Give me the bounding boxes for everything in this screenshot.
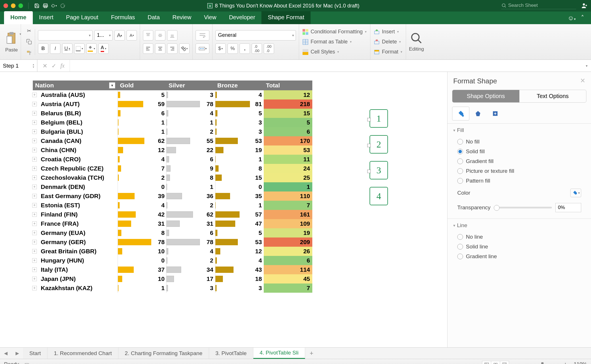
- header-gold[interactable]: Gold: [118, 81, 166, 90]
- transparency-slider[interactable]: [494, 207, 552, 208]
- print-icon[interactable]: [43, 3, 48, 9]
- search-input[interactable]: [508, 3, 566, 8]
- table-row[interactable]: + Czech Republic (CZE) 7 9 8 24: [33, 164, 312, 173]
- header-silver[interactable]: Silver: [166, 81, 215, 90]
- fill-option[interactable]: Pattern fill: [453, 176, 585, 186]
- radio-icon[interactable]: [457, 158, 463, 164]
- header-bronze[interactable]: Bronze: [215, 81, 264, 90]
- zoom-out-button[interactable]: −: [515, 361, 518, 364]
- close-pane-icon[interactable]: ✕: [580, 77, 585, 85]
- wrap-text-button[interactable]: [196, 30, 209, 41]
- resize-handle[interactable]: [367, 144, 371, 147]
- table-row[interactable]: + Denmark (DEN) 0 1 0 1: [33, 182, 312, 191]
- table-row[interactable]: + Belgium (BEL) 1 1 3 5: [33, 118, 312, 127]
- effects-tab-icon[interactable]: [469, 107, 487, 120]
- line-option[interactable]: No line: [453, 232, 585, 242]
- expand-icon[interactable]: +: [32, 139, 37, 143]
- collapse-ribbon-icon[interactable]: ˄: [581, 14, 584, 22]
- zoom-in-button[interactable]: +: [564, 361, 567, 364]
- format-painter-icon[interactable]: [24, 49, 34, 57]
- expand-icon[interactable]: +: [32, 111, 37, 116]
- conditional-formatting-button[interactable]: Conditional Formatting▾: [302, 28, 367, 36]
- table-row[interactable]: + Bulgaria (BUL) 1 2 3 6: [33, 127, 312, 136]
- expand-icon[interactable]: +: [32, 185, 37, 189]
- close-window-icon[interactable]: [3, 3, 8, 8]
- sheet-tab[interactable]: 3. PivotTable: [209, 348, 253, 359]
- name-box[interactable]: Step 1 ▴▾: [0, 60, 37, 72]
- header-total[interactable]: Total: [264, 81, 312, 90]
- align-bottom-icon[interactable]: [167, 30, 177, 41]
- shape-step-2[interactable]: 2: [370, 135, 388, 154]
- font-size-select[interactable]: 1...: [94, 30, 113, 41]
- line-option[interactable]: Solid line: [453, 242, 585, 252]
- find-icon[interactable]: [410, 32, 423, 45]
- cancel-formula-icon[interactable]: ✕: [43, 62, 47, 69]
- number-format-select[interactable]: General: [215, 30, 296, 41]
- fill-option[interactable]: Solid fill: [453, 147, 585, 156]
- fill-section-header[interactable]: Fill: [453, 127, 585, 133]
- enter-formula-icon[interactable]: ✓: [51, 62, 56, 69]
- tab-formulas[interactable]: Formulas: [105, 11, 141, 24]
- zoom-level[interactable]: 110%: [570, 361, 587, 364]
- text-options-tab[interactable]: Text Options: [519, 90, 586, 102]
- resize-handle[interactable]: [367, 118, 371, 121]
- expand-icon[interactable]: +: [32, 148, 37, 152]
- orientation-button[interactable]: ab▾: [179, 43, 190, 54]
- zoom-window-icon[interactable]: [18, 3, 23, 8]
- tab-view[interactable]: View: [198, 11, 223, 24]
- borders-button[interactable]: ▾: [74, 43, 85, 54]
- align-center-icon[interactable]: [155, 43, 165, 54]
- insert-cells-button[interactable]: Insert▾: [373, 28, 403, 36]
- expand-icon[interactable]: +: [32, 203, 37, 208]
- format-cells-button[interactable]: Format▾: [373, 48, 403, 56]
- decrease-font-icon[interactable]: A▾: [127, 30, 137, 41]
- table-row[interactable]: + Great Britain (GBR) 10 4 12 26: [33, 247, 312, 256]
- expand-icon[interactable]: +: [32, 129, 37, 134]
- pivot-table[interactable]: Nation▾ Gold Silver Bronze Total + Austr…: [33, 81, 312, 293]
- expand-icon[interactable]: +: [32, 212, 37, 217]
- expand-icon[interactable]: +: [32, 249, 37, 254]
- expand-icon[interactable]: +: [32, 221, 37, 226]
- comma-button[interactable]: ,: [240, 43, 250, 54]
- table-row[interactable]: + Hungary (HUN) 0 2 4 6: [33, 256, 312, 265]
- align-right-icon[interactable]: [167, 43, 177, 54]
- expand-formula-bar-icon[interactable]: ▾: [582, 64, 591, 68]
- add-sheet-button[interactable]: +: [305, 350, 318, 357]
- shape-step-1[interactable]: 1: [370, 109, 388, 128]
- sheet-tab[interactable]: Start: [23, 348, 47, 359]
- tab-developer[interactable]: Developer: [223, 11, 261, 24]
- radio-icon[interactable]: [457, 234, 463, 240]
- expand-icon[interactable]: +: [32, 258, 37, 263]
- fill-option[interactable]: Picture or texture fill: [453, 166, 585, 176]
- table-row[interactable]: + Germany (GER) 78 78 53 209: [33, 237, 312, 247]
- fill-color-button[interactable]: ▾: [86, 43, 97, 54]
- sheet-tab[interactable]: 2. Charting Formating Taskpane: [118, 348, 209, 359]
- delete-cells-button[interactable]: Delete▾: [373, 38, 403, 46]
- align-top-icon[interactable]: [143, 30, 153, 41]
- prev-sheet-icon[interactable]: ◀: [0, 350, 12, 356]
- save-icon[interactable]: [34, 3, 40, 9]
- expand-icon[interactable]: +: [32, 120, 37, 125]
- table-row[interactable]: + Austria (AUT) 59 78 81 218: [33, 99, 312, 109]
- tab-data[interactable]: Data: [141, 11, 166, 24]
- next-sheet-icon[interactable]: ▶: [12, 350, 23, 356]
- expand-icon[interactable]: +: [32, 286, 37, 290]
- radio-icon[interactable]: [457, 254, 463, 259]
- tab-shape-format[interactable]: Shape Format: [261, 11, 311, 24]
- align-middle-icon[interactable]: [155, 30, 165, 41]
- expand-icon[interactable]: +: [32, 277, 37, 281]
- sheet-tab[interactable]: 1. Recommended Chart: [47, 348, 118, 359]
- table-row[interactable]: + China (CHN) 12 22 19 53: [33, 145, 312, 155]
- table-row[interactable]: + Estonia (EST) 4 2 1 7: [33, 201, 312, 210]
- macro-record-icon[interactable]: [25, 362, 30, 364]
- undo-icon[interactable]: ▾: [51, 3, 57, 9]
- tab-page-layout[interactable]: Page Layout: [60, 11, 105, 24]
- table-row[interactable]: + Canada (CAN) 62 55 53 170: [33, 136, 312, 145]
- merge-button[interactable]: ▾: [196, 43, 209, 54]
- tab-review[interactable]: Review: [166, 11, 198, 24]
- paste-button[interactable]: Paste: [5, 47, 18, 53]
- table-row[interactable]: + France (FRA) 31 31 47 109: [33, 219, 312, 228]
- shape-step-3[interactable]: 3: [370, 161, 388, 179]
- sheet-tab[interactable]: 4. PivotTable Sli: [253, 348, 305, 359]
- size-tab-icon[interactable]: [487, 107, 504, 120]
